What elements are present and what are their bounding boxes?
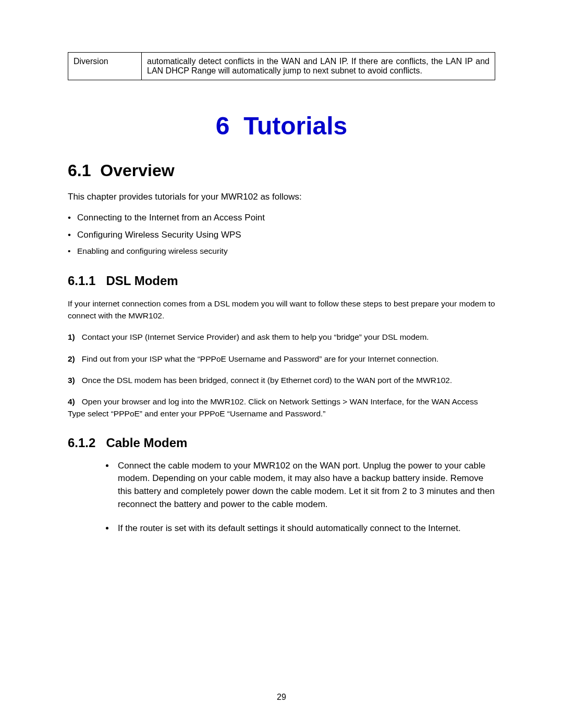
cable-modem-list: Connect the cable modem to your MWR102 o… xyxy=(68,460,495,535)
subsection-number: 6.1.2 xyxy=(68,436,95,450)
chapter-name: Tutorials xyxy=(243,112,347,140)
step-number: 2) xyxy=(68,354,75,363)
step-number: 4) xyxy=(68,397,75,406)
list-item: Connect the cable modem to your MWR102 o… xyxy=(115,460,495,511)
list-item: Configuring Wireless Security Using WPS xyxy=(68,228,495,242)
page-number: 29 xyxy=(0,693,563,702)
section-number: 6.1 xyxy=(68,161,91,180)
section-6-1-heading: 6.1 Overview xyxy=(68,161,495,180)
subsection-name: DSL Modem xyxy=(106,274,178,288)
step-2: 2) Find out from your ISP what the “PPPo… xyxy=(68,353,495,365)
list-item: Enabling and configuring wireless securi… xyxy=(68,245,495,258)
step-4: 4) Open your browser and log into the MW… xyxy=(68,396,495,420)
step-text: Find out from your ISP what the “PPPoE U… xyxy=(82,354,439,363)
list-item: Connecting to the Internet from an Acces… xyxy=(68,211,495,225)
section-6-1-1-intro: If your internet connection comes from a… xyxy=(68,298,495,322)
list-item: If the router is set with its default se… xyxy=(115,522,495,535)
info-table: Diversion automatically detect conflicts… xyxy=(68,52,495,80)
step-number: 1) xyxy=(68,332,75,341)
document-page: Diversion automatically detect conflicts… xyxy=(0,0,563,728)
table-cell-left: Diversion xyxy=(68,53,142,80)
section-6-1-2-heading: 6.1.2 Cable Modem xyxy=(68,436,495,450)
step-text: Open your browser and log into the MWR10… xyxy=(68,397,478,418)
table-cell-right: automatically detect conflicts in the WA… xyxy=(142,53,495,80)
step-1: 1) Contact your ISP (Internet Service Pr… xyxy=(68,331,495,343)
subsection-number: 6.1.1 xyxy=(68,274,95,288)
section-name: Overview xyxy=(100,161,174,180)
step-text: Once the DSL modem has been bridged, con… xyxy=(82,376,452,385)
section-6-1-1-heading: 6.1.1 DSL Modem xyxy=(68,274,495,288)
chapter-title: 6 Tutorials xyxy=(68,112,495,140)
section-6-1-intro: This chapter provides tutorials for your… xyxy=(68,191,495,203)
subsection-name: Cable Modem xyxy=(106,436,187,450)
step-number: 3) xyxy=(68,376,75,385)
chapter-number: 6 xyxy=(216,112,230,140)
step-3: 3) Once the DSL modem has been bridged, … xyxy=(68,374,495,386)
step-text: Contact your ISP (Internet Service Provi… xyxy=(82,332,429,341)
overview-bullet-list: Connecting to the Internet from an Acces… xyxy=(68,211,495,258)
